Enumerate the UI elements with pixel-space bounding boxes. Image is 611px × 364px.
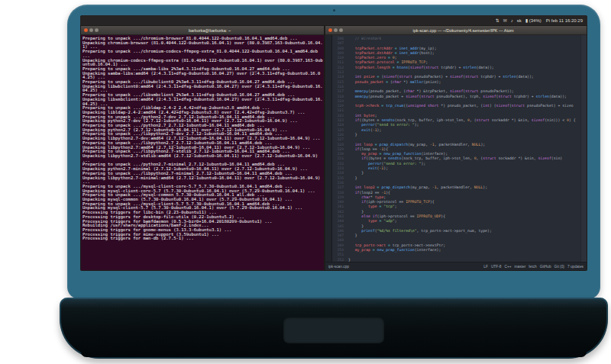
minimize-button[interactable]	[334, 28, 338, 32]
volume-icon[interactable]: ♪	[511, 18, 513, 23]
desktop-workspace: barborka@barborka: ~ Preparing to unpack…	[80, 25, 587, 271]
laptop-foot-right	[556, 352, 587, 357]
keyboard-layout-indicator[interactable]: sk	[517, 18, 522, 23]
close-button[interactable]	[84, 28, 88, 32]
network-icon[interactable]: ⇅	[496, 18, 499, 23]
editor-body: 3063073083093103113123133143153163173183…	[325, 35, 587, 263]
status-item[interactable]: C++	[505, 265, 512, 269]
terminal-titlebar[interactable]: barborka@barborka: ~	[81, 26, 324, 35]
status-right: LFUTF-8C++masterfetchGitHubGit (0)7 upda…	[480, 265, 584, 269]
terminal-line: Preparing to unpack .../chromium-codecs-…	[82, 50, 323, 58]
laptop-base	[60, 298, 608, 359]
terminal-window[interactable]: barborka@barborka: ~ Preparing to unpack…	[80, 25, 325, 271]
status-item[interactable]: fetch	[529, 265, 536, 269]
status-item[interactable]: 7 updates	[567, 265, 584, 269]
minimize-button[interactable]	[89, 28, 93, 32]
status-file-path[interactable]: ipk-scan.cpp	[328, 265, 349, 269]
terminal-output[interactable]: Preparing to unpack .../chromium-browser…	[81, 35, 324, 270]
editor-gutter: 3063073083093103113123133143153163173183…	[332, 35, 346, 263]
status-item[interactable]: GitHub	[540, 265, 551, 269]
tree-view-dock[interactable]	[325, 35, 332, 263]
status-item[interactable]: Git (0)	[554, 265, 564, 269]
code-line: tcph->check = tcp_csum((unsigned short *…	[348, 104, 580, 108]
mail-icon[interactable]: ✉	[503, 18, 507, 23]
status-item[interactable]: LF	[483, 265, 488, 269]
desktop-top-panel: ⇅✉♪sk▮ (34%) Pi feb 11 16:20:29	[80, 15, 587, 25]
close-button[interactable]	[328, 28, 332, 32]
terminal-title: barborka@barborka: ~	[99, 28, 321, 33]
minimap-scrollbar[interactable]	[580, 35, 587, 263]
trackpad	[283, 317, 384, 343]
status-item[interactable]: master	[515, 265, 526, 269]
code-line: memcpy(pseudo_packet + sizeof(struct pse…	[348, 95, 580, 99]
panel-clock[interactable]: Pi feb 11 16:20:29	[546, 18, 583, 23]
editor-title: ipk-scan.cpp — ~/Dokumenty/4.semester/IP…	[343, 28, 584, 33]
terminal-line: Processing triggers for man-db (2.7.5-1)…	[82, 237, 323, 241]
terminal-window-controls	[84, 28, 99, 32]
editor-statusbar: ipk-scan.cpp LFUTF-8C++masterfetchGitHub…	[325, 262, 587, 270]
editor-titlebar[interactable]: ipk-scan.cpp — ~/Dokumenty/4.semester/IP…	[325, 26, 587, 35]
panel-indicators: ⇅✉♪sk▮ (34%)	[492, 18, 541, 23]
status-item[interactable]: UTF-8	[491, 265, 502, 269]
laptop-foot-left	[81, 352, 112, 357]
editor-window[interactable]: ipk-scan.cpp — ~/Dokumenty/4.semester/IP…	[325, 25, 587, 271]
editor-window-controls	[328, 28, 343, 32]
laptop-screen: ⇅✉♪sk▮ (34%) Pi feb 11 16:20:29 barborka…	[80, 15, 587, 271]
webcam-dot	[333, 9, 335, 11]
laptop-lid: ⇅✉♪sk▮ (34%) Pi feb 11 16:20:29 barborka…	[67, 5, 600, 299]
editor-code[interactable]: // Wireshark tcpPacket.srcAddr = inet_ad…	[346, 35, 580, 263]
battery-indicator[interactable]: ▮ (34%)	[525, 18, 541, 23]
